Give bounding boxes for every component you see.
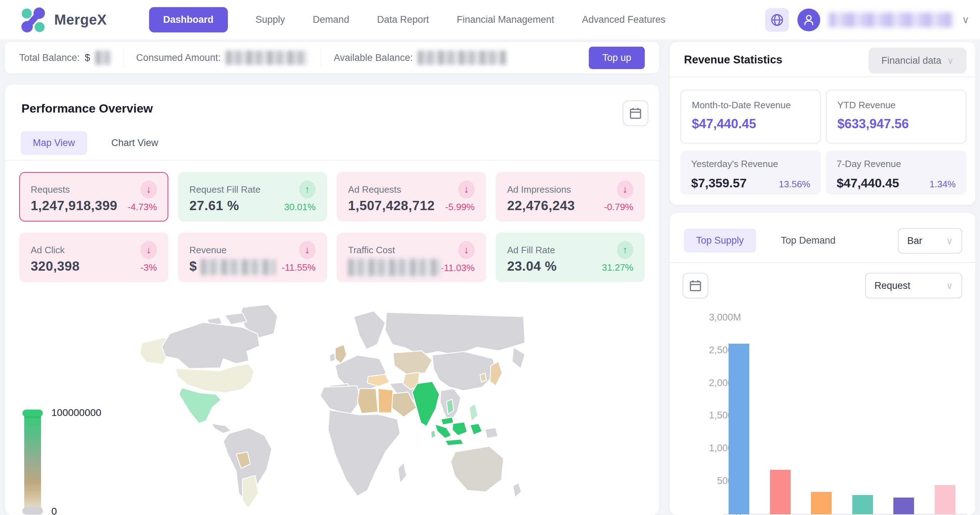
country-australia[interactable] (451, 446, 504, 492)
legend-max-handle[interactable] (22, 410, 43, 417)
yesterday-revenue-value: $7,359.57 (691, 176, 747, 190)
bar-chart-plot[interactable]: 3,000M2,500M2,000M1,500M1,000M500M0 (670, 213, 975, 515)
stat-card-ad-click[interactable]: Ad Click ↓ 320,398 -3% (19, 233, 168, 282)
tab-map-view[interactable]: Map View (21, 131, 87, 155)
arrow-down-icon: ↓ (305, 244, 310, 256)
country-india[interactable] (412, 382, 439, 426)
stat-value-blurred: $ (189, 259, 276, 275)
trend-chip: ↑ (299, 181, 316, 198)
stat-title: Requests (31, 184, 70, 195)
stat-card-request-fill-rate[interactable]: Request Fill Rate ↑ 27.61 % 30.01% (178, 172, 327, 222)
ytd-revenue-label: YTD Revenue (837, 100, 955, 111)
country-kazakhstan[interactable] (393, 351, 432, 374)
top-up-button[interactable]: Top up (589, 47, 645, 69)
country-egypt[interactable] (378, 388, 393, 413)
country-mexico[interactable] (179, 388, 221, 423)
stat-card-ad-impressions[interactable]: Ad Impressions ↓ 22,476,243 -0.79% (496, 172, 645, 222)
stat-change: -11.03% (441, 263, 475, 274)
trend-chip: ↓ (299, 241, 316, 259)
dashboard-page: MergeX Dashboard Supply Demand Data Repo… (0, 0, 980, 515)
trend-chip: ↓ (458, 181, 475, 198)
mergex-logo-icon (20, 7, 46, 33)
y-axis-tick: 3,000M (681, 312, 741, 323)
legend-min-label: 0 (51, 506, 57, 515)
country-canada[interactable] (162, 322, 259, 369)
stat-change: -0.79% (604, 201, 633, 212)
country-philippines[interactable] (469, 404, 478, 422)
trend-chip: ↓ (617, 181, 633, 198)
stat-title: Traffic Cost (348, 245, 395, 256)
stat-value: 22,476,243 (507, 198, 575, 213)
country-africa[interactable] (328, 410, 400, 496)
country-japan[interactable] (490, 361, 502, 386)
brand-name: MergeX (54, 12, 107, 28)
country-scandinavia[interactable] (354, 311, 385, 349)
mtd-revenue-label: Month-to-Date Revenue (692, 100, 810, 111)
country-argentina[interactable] (242, 475, 258, 508)
country-malaysia[interactable] (441, 417, 453, 425)
country-china[interactable] (432, 352, 496, 391)
performance-overview-card: Performance Overview Map View Chart View… (5, 85, 659, 515)
nav-item-supply[interactable]: Supply (256, 14, 285, 25)
language-globe-button[interactable] (765, 8, 789, 32)
nav-item-financial-management[interactable]: Financial Management (457, 14, 554, 25)
stat-card-ad-fill-rate[interactable]: Ad Fill Rate ↑ 23.04 % 31.27% (496, 233, 645, 282)
main-nav: Dashboard Supply Demand Data Report Fina… (149, 7, 666, 32)
stat-value: 27.61 % (189, 198, 239, 213)
country-russia[interactable] (385, 312, 525, 355)
bar-series-request-5[interactable] (935, 485, 955, 514)
bar-series-request-2[interactable] (811, 492, 832, 514)
bar-series-request-4[interactable] (893, 498, 914, 514)
nav-item-data-report[interactable]: Data Report (377, 14, 429, 25)
divider (321, 48, 321, 67)
available-balance: Available Balance: (334, 51, 507, 65)
stat-change: -11.55% (282, 262, 316, 273)
trend-chip: ↓ (140, 241, 157, 259)
bar-series-request-3[interactable] (852, 495, 873, 514)
user-avatar[interactable] (797, 8, 820, 31)
tab-chart-view[interactable]: Chart View (99, 131, 170, 155)
divider (670, 76, 975, 77)
financial-data-select[interactable]: Financial data ∨ (869, 48, 966, 73)
brand-logo[interactable]: MergeX (20, 7, 107, 33)
financial-data-select-value: Financial data (881, 55, 941, 66)
stat-card-grid: Requests ↓ 1,247,918,399 -4.73% Request … (19, 172, 645, 282)
consumed-amount-label: Consumed Amount: (136, 52, 221, 63)
nav-item-demand[interactable]: Demand (313, 14, 349, 25)
yesterday-revenue-card: Yesterday's Revenue $7,359.57 13.56% (681, 151, 821, 195)
username-blurred[interactable] (829, 13, 954, 27)
country-indonesia[interactable] (435, 424, 452, 439)
stat-card-requests[interactable]: Requests ↓ 1,247,918,399 -4.73% (19, 172, 168, 222)
trend-chip: ↓ (458, 241, 475, 259)
total-balance: Total Balance: $ (19, 51, 110, 65)
header-right-cluster: ∨ (765, 8, 970, 32)
view-tabs: Map View Chart View (21, 131, 170, 155)
bar-series-request-0[interactable] (729, 344, 749, 514)
stat-card-revenue[interactable]: Revenue ↓ $ -11.55% (178, 233, 327, 282)
legend-min-handle[interactable] (22, 507, 43, 514)
stat-card-traffic-cost[interactable]: Traffic Cost ↓ -11.03% (337, 233, 486, 282)
nav-item-dashboard[interactable]: Dashboard (149, 7, 228, 32)
divider (123, 48, 123, 67)
stat-change: -3% (140, 262, 157, 273)
seven-day-revenue-card: 7-Day Revenue $47,440.45 1.34% (826, 151, 966, 195)
ytd-revenue-value: $633,947.56 (837, 116, 955, 132)
seven-day-revenue-value: $47,440.45 (837, 176, 899, 190)
seven-day-revenue-change: 1.34% (929, 179, 956, 190)
stat-value: 23.04 % (507, 259, 557, 274)
stat-title: Ad Click (31, 245, 65, 256)
chevron-down-icon: ∨ (947, 55, 954, 66)
nav-item-advanced-features[interactable]: Advanced Features (582, 14, 665, 25)
stat-change: 31.27% (602, 262, 633, 273)
stat-card-ad-requests[interactable]: Ad Requests ↓ 1,507,428,712 -5.99% (337, 172, 486, 222)
world-choropleth-map[interactable] (135, 301, 528, 515)
stat-title: Request Fill Rate (189, 184, 260, 195)
bar-series-request-1[interactable] (770, 470, 791, 514)
country-libya[interactable] (357, 388, 378, 414)
seven-day-revenue-label: 7-Day Revenue (837, 158, 956, 170)
country-algeria[interactable] (320, 386, 360, 416)
user-menu-chevron-down-icon[interactable]: ∨ (962, 14, 970, 25)
legend-max-label: 100000000 (51, 407, 101, 418)
date-range-button[interactable] (623, 100, 648, 126)
ytd-revenue-card: YTD Revenue $633,947.56 (826, 90, 966, 144)
